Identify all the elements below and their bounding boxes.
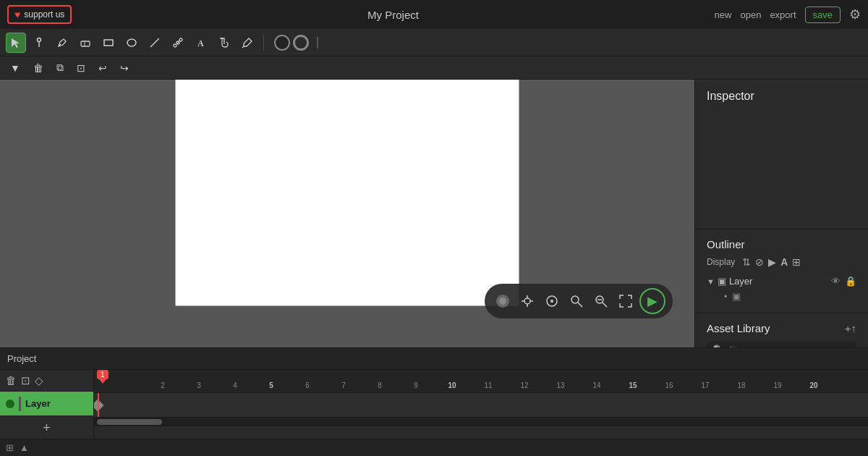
svg-point-7 (127, 39, 136, 46)
canvas-layers-btn[interactable] (492, 290, 514, 312)
asset-library-title: Asset Library (707, 322, 845, 334)
secondary-toolbar: ▼ 🗑 ⧉ ⊡ ↩ ↪ (0, 56, 868, 80)
pen-tool[interactable] (29, 33, 49, 53)
frame-number-1: 2 (145, 381, 181, 389)
text-tool[interactable]: A (191, 33, 211, 53)
svg-line-14 (242, 46, 244, 48)
node-tool[interactable] (168, 33, 188, 53)
layer-item-name: Layer (25, 398, 51, 409)
top-bar: ♥ support us My Project new open export … (0, 0, 868, 29)
line-tool[interactable] (145, 33, 165, 53)
save-frame-btn[interactable]: ⊡ (74, 61, 88, 75)
frame-number-3: 4 (217, 381, 253, 389)
asset-import-button[interactable]: ↑ (851, 322, 857, 334)
canvas-center-btn[interactable] (516, 290, 538, 312)
frame-number-14: 15 (615, 381, 651, 389)
canvas-fullscreen-btn[interactable] (615, 290, 637, 312)
dropdown-btn[interactable]: ▼ (7, 61, 23, 75)
outliner-arrows-icon[interactable]: ⇅ (742, 256, 751, 268)
layer-item[interactable]: Layer (0, 392, 93, 415)
heart-icon: ♥ (14, 9, 20, 20)
export-link[interactable]: export (770, 9, 796, 20)
open-link[interactable]: open (740, 9, 761, 20)
scrollbar-thumb[interactable] (97, 419, 162, 425)
canvas-zoom-btn[interactable] (566, 290, 587, 312)
undo-btn[interactable]: ↩ (95, 61, 110, 75)
layer-status-dot (6, 400, 14, 408)
fill-color[interactable] (274, 35, 290, 51)
frame-number-6: 7 (326, 381, 362, 389)
add-layer-button[interactable]: + (0, 418, 93, 439)
playhead-arrow (99, 379, 106, 384)
timeline-area: 🗑 ⊡ ◇ Layer + 1 234 (0, 370, 868, 439)
play-button[interactable]: ▶ (639, 288, 665, 314)
frame-number-8: 9 (398, 381, 434, 389)
settings-button[interactable]: ⚙ (849, 7, 861, 22)
frame-number-2: 3 (181, 381, 217, 389)
support-button[interactable]: ♥ support us (7, 5, 72, 24)
layer-lock-icon[interactable]: 🔒 (845, 276, 856, 287)
frame-number-4: 5 (253, 381, 289, 389)
pencil-tool[interactable] (52, 33, 72, 53)
ellipse-tool[interactable] (122, 33, 142, 53)
svg-line-8 (150, 38, 159, 47)
outliner-play-icon[interactable]: ▶ (768, 256, 776, 268)
layer-frame-btn[interactable]: ⊡ (21, 374, 30, 387)
status-icon-2: ▲ (20, 442, 29, 453)
frame-number-10: 11 (470, 381, 506, 389)
outliner-image-icon[interactable]: ⊞ (792, 256, 801, 268)
new-link[interactable]: new (715, 9, 732, 20)
redo-btn[interactable]: ↪ (117, 61, 132, 75)
asset-add-button[interactable]: + (845, 322, 851, 334)
svg-text:A: A (197, 38, 204, 48)
outliner-sub-row: • ▣ (707, 289, 856, 304)
svg-line-28 (603, 303, 607, 307)
layer-visibility-icon[interactable]: 👁 (831, 276, 841, 287)
svg-rect-4 (81, 41, 90, 46)
svg-marker-0 (12, 38, 20, 48)
canvas-area[interactable]: ▶ (0, 80, 694, 347)
canvas-zoom-out-btn[interactable] (590, 290, 612, 312)
frame-number-7: 8 (362, 381, 398, 389)
frame-number-13: 14 (579, 381, 615, 389)
asset-title-row: Asset Library + ↑ (707, 322, 856, 334)
outliner-text-icon[interactable]: A (780, 256, 788, 268)
display-label: Display (707, 257, 735, 267)
frame-numbers: 234567891011121314151617181920 (94, 370, 868, 392)
delete-btn[interactable]: 🗑 (30, 61, 46, 75)
duplicate-btn[interactable]: ⧉ (54, 60, 67, 75)
save-button[interactable]: save (805, 7, 841, 23)
layer-controls: 🗑 ⊡ ◇ (0, 370, 93, 392)
eyedropper-tool[interactable] (237, 33, 258, 53)
inspector-title: Inspector (707, 90, 856, 103)
svg-rect-6 (104, 40, 113, 46)
outliner-title: Outliner (707, 238, 856, 250)
svg-point-9 (174, 44, 176, 47)
eraser-tool[interactable] (75, 33, 95, 53)
layer-delete-btn[interactable]: 🗑 (6, 374, 17, 387)
playhead-pin[interactable]: 1 (97, 370, 109, 384)
layer-collapse-icon[interactable]: ▼ (707, 277, 715, 286)
frame-number-19: 20 (796, 381, 832, 389)
svg-point-10 (179, 38, 182, 41)
rect-tool[interactable] (98, 33, 119, 53)
timeline-header: 1 234567891011121314151617181920 (94, 370, 868, 393)
project-bar: Project (0, 348, 868, 370)
outliner-no-icon[interactable]: ⊘ (755, 256, 764, 268)
select-tool[interactable] (6, 33, 26, 53)
right-panel: Inspector Outliner Display ⇅ ⊘ ▶ A ⊞ ▼ ▣… (694, 80, 868, 347)
timeline-scrollbar[interactable] (94, 418, 868, 426)
asset-library-panel: Asset Library + ↑ 🔍 (695, 313, 868, 347)
support-label: support us (24, 9, 64, 20)
outliner-display-row: Display ⇅ ⊘ ▶ A ⊞ (707, 256, 856, 268)
layer-visibility-bar (19, 397, 21, 411)
layer-diamond-btn[interactable]: ◇ (35, 374, 43, 387)
fill-tool[interactable] (214, 33, 234, 53)
status-icon-1: ⊞ (6, 442, 14, 453)
color-group (274, 35, 309, 51)
svg-point-24 (550, 300, 553, 303)
stroke-color[interactable] (293, 35, 309, 51)
asset-filter-bar[interactable]: 🔍 (707, 342, 856, 347)
track-row[interactable] (94, 393, 868, 418)
canvas-target-btn[interactable] (541, 290, 563, 312)
